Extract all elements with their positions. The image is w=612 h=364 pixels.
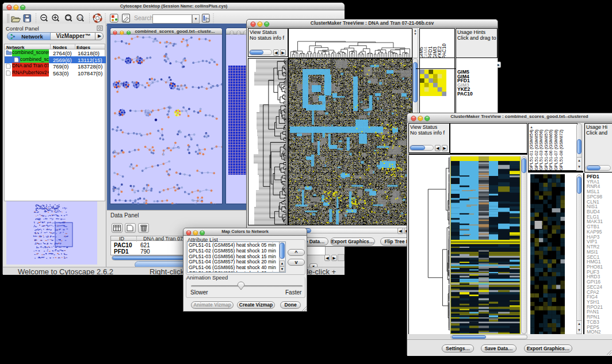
svg-text:PAC10: PAC10	[441, 43, 447, 58]
svg-text:▲: ▲	[530, 125, 533, 129]
svg-text:Search:: Search:	[134, 14, 155, 21]
svg-text:1:1: 1:1	[78, 16, 82, 20]
svg-text:GPL51-08 (GSM872): GPL51-08 (GSM872)	[559, 129, 564, 170]
